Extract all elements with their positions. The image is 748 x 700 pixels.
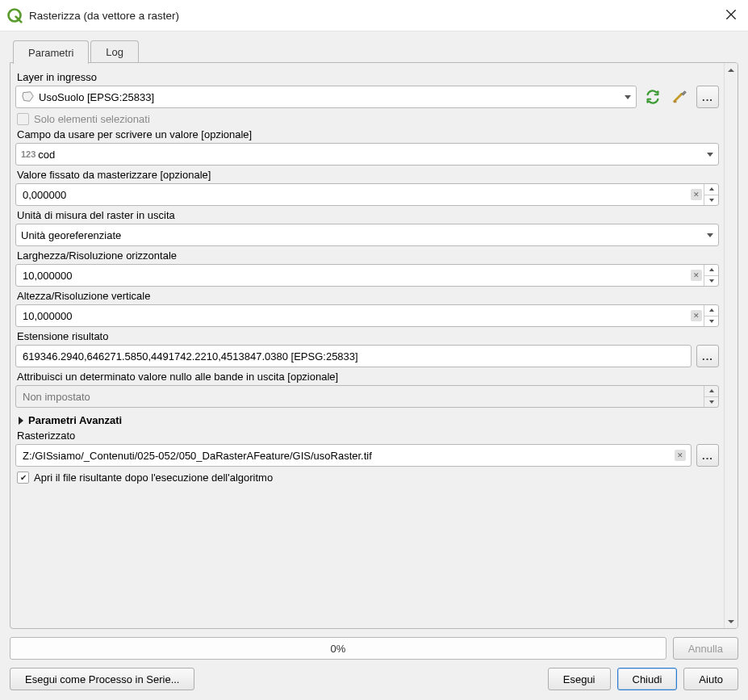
vertical-scrollbar[interactable] [724, 63, 738, 628]
label-nodata: Attribuisci un determinato valore nullo … [17, 371, 719, 383]
checkbox-open-output[interactable]: ✔ [17, 472, 29, 484]
polygon-layer-icon [21, 90, 36, 103]
window-body: Parametri Log Layer in ingresso UsoSuolo… [0, 31, 748, 700]
spin-up[interactable] [704, 305, 718, 316]
run-batch-button[interactable]: Esegui come Processo in Serie... [10, 668, 194, 690]
clear-icon[interactable]: ✕ [691, 270, 702, 281]
run-button[interactable]: Esegui [548, 668, 611, 690]
label-field: Campo da usare per scrivere un valore [o… [17, 128, 719, 140]
advanced-params-toggle[interactable]: Parametri Avanzati [19, 414, 719, 426]
height-spin[interactable]: ✕ [15, 304, 719, 327]
units-value: Unità georeferenziate [21, 229, 704, 241]
scroll-down[interactable] [725, 614, 738, 628]
label-width: Larghezza/Risoluzione orizzontale [17, 249, 719, 262]
svg-rect-1 [674, 101, 677, 103]
layer-browse-button[interactable]: ... [696, 86, 719, 108]
chevron-down-icon [707, 153, 713, 157]
burn-value-spinner[interactable] [704, 184, 718, 205]
label-extent: Estensione risultato [17, 330, 719, 342]
nodata-spinner[interactable] [704, 386, 718, 407]
layer-input-value: UsoSuolo [EPSG:25833] [39, 91, 621, 103]
help-button[interactable]: Aiuto [683, 668, 738, 690]
parameters-panel: Layer in ingresso UsoSuolo [EPSG:25833] [10, 62, 738, 629]
spin-down[interactable] [704, 316, 718, 327]
field-value: cod [38, 149, 704, 161]
output-browse-button[interactable]: ... [696, 444, 719, 467]
cancel-button[interactable]: Annulla [673, 637, 738, 660]
close-icon[interactable] [725, 9, 738, 22]
chevron-down-icon [707, 233, 713, 237]
progress-text: 0% [330, 643, 345, 655]
output-input[interactable] [21, 449, 671, 463]
field-combo[interactable]: 123 cod [15, 143, 719, 166]
width-spin[interactable]: ✕ [15, 264, 719, 287]
scroll-up[interactable] [725, 63, 738, 77]
window-title: Rasterizza (da vettore a raster) [29, 10, 725, 22]
height-spinner[interactable] [704, 305, 718, 326]
label-layer-input: Layer in ingresso [17, 71, 719, 83]
height-input[interactable] [21, 309, 687, 323]
extent-field[interactable] [15, 345, 692, 367]
clear-icon[interactable]: ✕ [691, 310, 702, 321]
spin-down[interactable] [704, 195, 718, 206]
burn-value-spin[interactable]: ✕ [15, 183, 719, 206]
spin-up[interactable] [704, 386, 718, 397]
label-burn-value: Valore fissato da masterizzare [opzional… [17, 169, 719, 181]
qgis-icon [6, 7, 23, 23]
clear-icon[interactable]: ✕ [675, 450, 686, 461]
extent-input[interactable] [21, 350, 686, 363]
burn-value-input[interactable] [21, 188, 687, 202]
tab-parametri[interactable]: Parametri [13, 40, 89, 64]
spin-up[interactable] [704, 184, 718, 195]
tab-bar: Parametri Log [10, 40, 738, 63]
label-selected-only: Solo elementi selezionati [34, 113, 150, 125]
label-height: Altezza/Risoluzione verticale [17, 290, 719, 302]
titlebar: Rasterizza (da vettore a raster) [0, 0, 748, 31]
width-spinner[interactable] [704, 265, 718, 286]
nodata-spin[interactable] [15, 385, 719, 408]
ellipsis-icon: ... [702, 350, 713, 363]
extent-browse-button[interactable]: ... [696, 345, 719, 367]
progress-bar: 0% [10, 637, 667, 660]
chevron-down-icon [625, 95, 631, 99]
layer-input-combo[interactable]: UsoSuolo [EPSG:25833] [15, 86, 637, 108]
ellipsis-icon: ... [702, 450, 713, 462]
ellipsis-icon: ... [702, 91, 713, 103]
iterate-button[interactable] [641, 86, 664, 108]
footer: 0% Annulla Esegui come Processo in Serie… [10, 637, 738, 690]
spin-down[interactable] [704, 397, 718, 408]
label-units: Unità di misura del raster in uscita [17, 209, 719, 221]
width-input[interactable] [21, 269, 687, 283]
checkbox-selected-only[interactable] [17, 113, 29, 125]
advanced-label: Parametri Avanzati [28, 414, 122, 426]
advanced-options-button[interactable] [669, 86, 692, 108]
spin-down[interactable] [704, 276, 718, 287]
label-output: Rasterizzato [17, 430, 719, 442]
nodata-input[interactable] [21, 390, 704, 404]
numeric-field-icon: 123 [21, 149, 36, 159]
close-button[interactable]: Chiudi [617, 668, 678, 690]
units-combo[interactable]: Unità georeferenziate [15, 224, 719, 246]
spin-up[interactable] [704, 265, 718, 276]
output-field[interactable]: ✕ [15, 444, 692, 467]
tab-log[interactable]: Log [90, 40, 139, 63]
caret-right-icon [19, 417, 23, 425]
clear-icon[interactable]: ✕ [691, 189, 702, 200]
label-open-output: Apri il file risultante dopo l'esecuzion… [34, 472, 273, 484]
